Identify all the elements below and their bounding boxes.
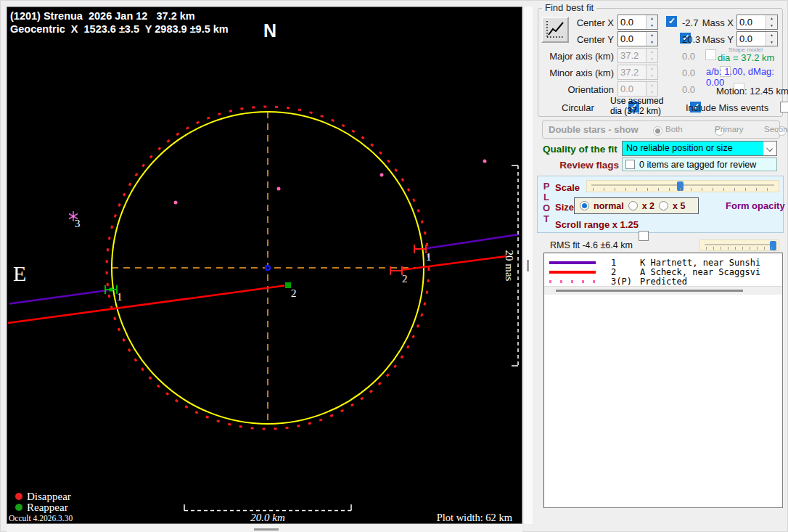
- motion-text: Motion: 12.45 km/s: [716, 86, 788, 97]
- center-x-field[interactable]: 0.0 ▲▼: [617, 15, 658, 30]
- predicted-swatch: [549, 280, 596, 283]
- center-y-value[interactable]: 0.0: [618, 32, 646, 46]
- center-x-label: Center X: [559, 17, 614, 28]
- plot-letter-t: T: [543, 213, 550, 224]
- scale-label: Scale: [555, 182, 580, 193]
- size-x2-label: x 2: [642, 201, 654, 211]
- minor-axis-value: 37.2: [618, 65, 646, 79]
- orientation-field: 0.0 ▲▼: [617, 81, 658, 97]
- rms-fit-label: RMS fit -4.6 ±6.4 km: [550, 240, 633, 250]
- mass-y-value[interactable]: 0.0: [737, 32, 766, 46]
- spin-up-icon[interactable]: ▲: [647, 32, 657, 39]
- observer-num: 2: [611, 267, 616, 277]
- scroll-range-checkbox[interactable]: [639, 231, 649, 241]
- use-assumed-label-2: dia (37.2 km): [610, 106, 661, 116]
- chord2-d-label: 2: [402, 273, 408, 285]
- hscroll-thumb[interactable]: [254, 528, 279, 531]
- mass-x-spin-buttons[interactable]: ▲▼: [766, 15, 777, 29]
- list-hscrollbar[interactable]: [544, 286, 782, 295]
- spin-down-icon[interactable]: ▼: [647, 39, 657, 46]
- scale-slider-ticks: [593, 188, 774, 191]
- chord1-d-label: 1: [426, 251, 432, 263]
- observer-row[interactable]: 3(P) Predicted: [544, 277, 782, 286]
- plot-letter-o: O: [543, 202, 550, 213]
- plot-hscrollbar[interactable]: [7, 525, 522, 532]
- offset-x-value: -2.7: [682, 17, 698, 28]
- plot-letter-l: L: [543, 192, 550, 202]
- occultation-plot[interactable]: 1 1 2 2 3 (1201) Strenua 2026 Jan 12 37.…: [7, 7, 522, 524]
- find-best-fit-title: Find best fit: [542, 2, 596, 13]
- offset-x-checkbox[interactable]: [666, 16, 677, 27]
- major-axis-unc-checkbox: [705, 49, 716, 60]
- observer-num: 1: [611, 258, 616, 268]
- size-x5-radio[interactable]: [659, 201, 668, 210]
- circular-label: Circular: [562, 102, 594, 113]
- minor-axis-label: Minor axis (km): [541, 67, 614, 78]
- center-x-value[interactable]: 0.0: [618, 15, 646, 29]
- use-assumed-label-1: Use assumed: [610, 96, 663, 106]
- star-label: 3: [75, 218, 81, 229]
- mass-x-value[interactable]: 0.0: [737, 15, 766, 29]
- observer-list[interactable]: 1 K Hartnett, near Sunshi 2 A Scheck, ne…: [543, 253, 783, 508]
- observer-row[interactable]: 1 K Hartnett, near Sunshi: [544, 258, 782, 267]
- spin-up-icon[interactable]: ▲: [766, 15, 777, 22]
- chord2-swatch: [549, 271, 596, 274]
- mass-y-label: Mass Y: [699, 34, 734, 45]
- quality-label: Quality of the fit: [543, 144, 617, 155]
- minor-axis-unc: 0.0: [682, 67, 695, 78]
- size-x5-label: x 5: [673, 201, 685, 211]
- plot-vscrollbar[interactable]: [524, 7, 533, 524]
- quality-value[interactable]: No reliable position or size: [623, 142, 763, 155]
- size-label: Size: [555, 202, 574, 213]
- orientation-value: 0.0: [618, 82, 646, 96]
- vscroll-thumb[interactable]: [527, 260, 529, 271]
- list-hscroll-thumb[interactable]: [556, 290, 743, 292]
- mass-x-field[interactable]: 0.0 ▲▼: [736, 15, 778, 30]
- double-stars-group: Double stars - show Both Primary Seconda…: [542, 120, 780, 139]
- double-stars-both-radio: [653, 126, 662, 136]
- double-stars-primary-label: Primary: [715, 125, 744, 134]
- offset-y-value: 20.3: [682, 34, 700, 45]
- plot-width-label: Plot width: 62 km: [437, 512, 513, 523]
- dropdown-arrow[interactable]: [763, 142, 776, 155]
- quality-dropdown[interactable]: No reliable position or size: [622, 141, 777, 156]
- observer-num: 3(P): [611, 277, 632, 287]
- center-x-spin-buttons[interactable]: ▲▼: [646, 15, 657, 29]
- mass-y-field[interactable]: 0.0 ▲▼: [736, 31, 778, 46]
- spin-up-icon[interactable]: ▲: [647, 15, 657, 22]
- chord2-reappear-marker[interactable]: [285, 282, 291, 288]
- center-y-spin-buttons[interactable]: ▲▼: [646, 32, 657, 46]
- major-axis-label: Major axis (km): [541, 51, 614, 62]
- review-flags-label: Review flags: [543, 160, 619, 171]
- spin-down-icon[interactable]: ▼: [647, 22, 657, 30]
- observer-row[interactable]: 2 A Scheck, near Scaggsvi: [544, 267, 782, 277]
- form-opacity-track[interactable]: [705, 244, 774, 245]
- center-y-field[interactable]: 0.0 ▲▼: [617, 31, 658, 46]
- major-axis-field: 37.2 ▲▼: [617, 48, 658, 63]
- include-miss-label: Include Miss events: [686, 102, 768, 113]
- center-y-label: Center Y: [559, 34, 614, 45]
- plot-letter-p: P: [543, 181, 550, 192]
- observer-name: Predicted: [640, 277, 687, 287]
- double-stars-both-label: Both: [665, 125, 683, 134]
- spin-up-icon[interactable]: ▲: [766, 32, 777, 39]
- spin-down-icon[interactable]: ▼: [766, 22, 777, 30]
- plot-border: [7, 7, 522, 524]
- center-marker[interactable]: [266, 266, 270, 270]
- scale-slider[interactable]: [586, 180, 779, 192]
- scroll-range-label: Scroll range x 1.25: [555, 219, 639, 230]
- size-x2-radio[interactable]: [628, 201, 638, 210]
- reappear-label: Reappear: [27, 502, 68, 513]
- chord2-r-label: 2: [291, 287, 297, 299]
- review-flags-checkbox[interactable]: [625, 160, 635, 169]
- spin-down-icon[interactable]: ▼: [766, 39, 777, 46]
- mass-y-spin-buttons[interactable]: ▲▼: [766, 32, 777, 46]
- form-opacity-slider[interactable]: [699, 240, 779, 251]
- review-flags-box: 0 items are tagged for review: [622, 157, 777, 171]
- major-axis-unc: 0.0: [682, 51, 695, 62]
- double-stars-title: Double stars - show: [549, 124, 639, 135]
- include-miss-checkbox[interactable]: [780, 102, 788, 112]
- size-normal-radio[interactable]: [580, 201, 589, 210]
- chord1-swatch: [549, 261, 596, 264]
- reappear-dot-icon: [15, 504, 22, 511]
